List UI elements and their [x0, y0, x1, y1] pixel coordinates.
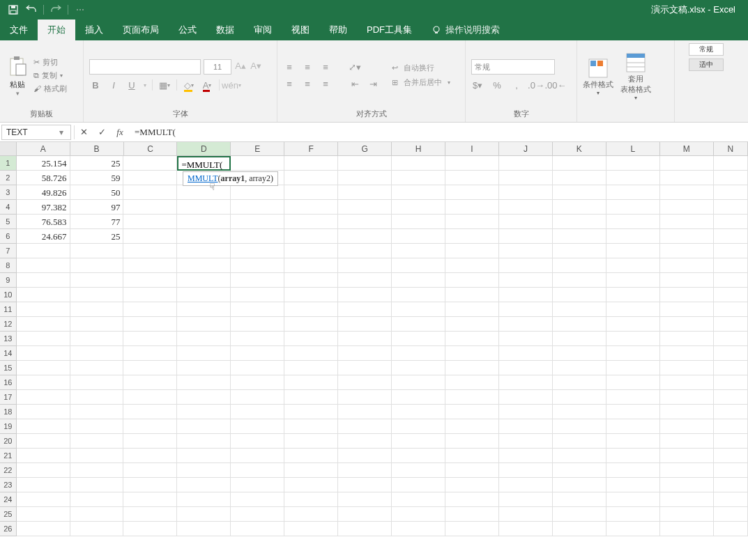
cell-M21[interactable] [660, 449, 714, 463]
cell-D18[interactable] [177, 405, 231, 419]
cell-A6[interactable]: 24.667 [17, 229, 70, 244]
cell-K17[interactable] [553, 390, 606, 405]
cell-A16[interactable] [17, 375, 70, 390]
cell-N16[interactable] [714, 375, 748, 390]
cell-G24[interactable] [338, 492, 392, 507]
cell-G18[interactable] [338, 405, 392, 419]
cell-D23[interactable] [177, 478, 231, 492]
cell-F20[interactable] [284, 434, 338, 449]
column-header-F[interactable]: F [284, 142, 338, 155]
cell-I21[interactable] [445, 449, 499, 463]
border-button[interactable]: ▦▾ [158, 79, 171, 91]
cell-G5[interactable] [338, 215, 392, 229]
cell-E15[interactable] [231, 361, 284, 375]
cell-N2[interactable] [714, 171, 748, 185]
spreadsheet-grid[interactable]: ABCDEFGHIJKLMN 125.15425=MMULT(258.72659… [0, 142, 748, 560]
cell-H2[interactable] [392, 171, 445, 185]
cell-J23[interactable] [499, 478, 553, 492]
cell-C16[interactable] [123, 375, 177, 390]
cell-G22[interactable] [338, 463, 392, 478]
cell-H5[interactable] [392, 215, 445, 229]
cell-K14[interactable] [553, 346, 606, 361]
cell-G7[interactable] [338, 244, 392, 258]
cell-H12[interactable] [392, 317, 445, 332]
cell-N24[interactable] [714, 492, 748, 507]
cell-D24[interactable] [177, 492, 231, 507]
decrease-indent-icon[interactable]: ⇤ [349, 77, 361, 90]
fill-color-button[interactable]: ◇▾ [183, 79, 195, 91]
cell-C8[interactable] [123, 258, 177, 273]
cell-A9[interactable] [17, 273, 70, 288]
cell-B18[interactable] [70, 405, 124, 419]
cell-J12[interactable] [499, 317, 553, 332]
cell-K10[interactable] [553, 288, 606, 302]
cell-F24[interactable] [284, 492, 338, 507]
menu-insert[interactable]: 插入 [75, 20, 113, 40]
cell-G16[interactable] [338, 375, 392, 390]
cell-C12[interactable] [123, 317, 177, 332]
cell-B12[interactable] [70, 317, 124, 332]
cell-B20[interactable] [70, 434, 124, 449]
menu-data[interactable]: 数据 [206, 20, 244, 40]
merge-center-button[interactable]: ⊞合并后居中▾ [392, 77, 450, 88]
menu-pdf-tools[interactable]: PDF工具集 [357, 20, 422, 40]
cell-E5[interactable] [231, 215, 284, 229]
cell-I20[interactable] [445, 434, 499, 449]
cell-L1[interactable] [606, 156, 660, 171]
cell-H13[interactable] [392, 332, 445, 346]
cell-J21[interactable] [499, 449, 553, 463]
format-as-table-button[interactable]: 套用 表格格式 ▾ [620, 52, 651, 101]
cell-N15[interactable] [714, 361, 748, 375]
cell-K2[interactable] [553, 171, 606, 185]
cell-L7[interactable] [606, 244, 660, 258]
cell-H9[interactable] [392, 273, 445, 288]
cell-L14[interactable] [606, 346, 660, 361]
cell-K21[interactable] [553, 449, 606, 463]
cell-C2[interactable] [123, 171, 177, 185]
underline-button[interactable]: U [125, 79, 138, 91]
cell-B19[interactable] [70, 419, 124, 434]
cell-J25[interactable] [499, 507, 553, 522]
cell-K13[interactable] [553, 332, 606, 346]
cell-K7[interactable] [553, 244, 606, 258]
cell-N6[interactable] [714, 229, 748, 244]
row-header-23[interactable]: 23 [0, 478, 17, 492]
cell-N22[interactable] [714, 463, 748, 478]
cell-L11[interactable] [606, 302, 660, 317]
cell-J16[interactable] [499, 375, 553, 390]
cell-D8[interactable] [177, 258, 231, 273]
undo-icon[interactable] [25, 3, 38, 16]
cell-A3[interactable]: 49.826 [17, 185, 70, 200]
select-all-corner[interactable] [0, 142, 17, 155]
cell-M24[interactable] [660, 492, 714, 507]
cell-H8[interactable] [392, 258, 445, 273]
cell-N7[interactable] [714, 244, 748, 258]
cell-N1[interactable] [714, 156, 748, 171]
column-header-N[interactable]: N [714, 142, 748, 155]
cell-G3[interactable] [338, 185, 392, 200]
cell-H21[interactable] [392, 449, 445, 463]
cell-M25[interactable] [660, 507, 714, 522]
fx-icon[interactable]: fx [111, 127, 129, 138]
cell-D22[interactable] [177, 463, 231, 478]
cell-H14[interactable] [392, 346, 445, 361]
cell-L9[interactable] [606, 273, 660, 288]
cell-G14[interactable] [338, 346, 392, 361]
cell-G19[interactable] [338, 419, 392, 434]
cell-E7[interactable] [231, 244, 284, 258]
cell-G13[interactable] [338, 332, 392, 346]
row-header-11[interactable]: 11 [0, 302, 17, 317]
cell-K5[interactable] [553, 215, 606, 229]
cell-E18[interactable] [231, 405, 284, 419]
cell-E25[interactable] [231, 507, 284, 522]
row-header-18[interactable]: 18 [0, 405, 17, 419]
cell-L22[interactable] [606, 463, 660, 478]
cell-I18[interactable] [445, 405, 499, 419]
cell-D21[interactable] [177, 449, 231, 463]
row-header-3[interactable]: 3 [0, 185, 17, 200]
cell-L23[interactable] [606, 478, 660, 492]
cell-style-normal[interactable]: 常规 [689, 43, 724, 56]
cell-I8[interactable] [445, 258, 499, 273]
cell-A19[interactable] [17, 419, 70, 434]
cell-J1[interactable] [499, 156, 553, 171]
